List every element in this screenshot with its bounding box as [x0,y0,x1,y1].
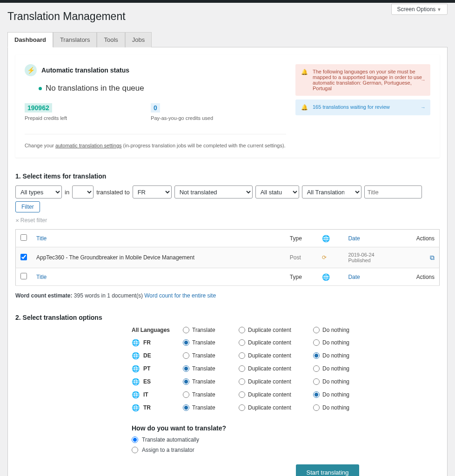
auto-translation-settings-link[interactable]: automatic translation settings [55,143,121,148]
prepaid-credits-label: Prepaid credits left [25,115,67,121]
de-nothing-radio[interactable] [313,352,320,359]
tab-translators[interactable]: Translators [53,32,97,47]
nav-tabs: Dashboard Translators Tools Jobs [7,32,448,47]
tab-jobs[interactable]: Jobs [125,32,152,47]
all-languages-label: All Languages [132,327,183,333]
fr-translate-radio[interactable] [183,339,189,346]
alert-warning-text: The following languages on your site mus… [313,69,425,91]
es-nothing-radio[interactable] [313,378,320,385]
dst-lang-select[interactable]: FR [133,185,172,198]
status-dot-icon [39,87,42,90]
translated-to-label: translated to [96,189,130,196]
globe-icon: 🌐 [132,339,140,346]
alert-info-text: 165 translations waiting for review [313,104,390,110]
src-lang-select[interactable]: EN [72,185,94,198]
items-table: Title Type 🌐 Date Actions AppTec360 - Th… [15,229,440,286]
tr-nothing-radio[interactable] [313,404,320,411]
tab-tools[interactable]: Tools [97,32,125,47]
row-checkbox[interactable] [20,254,27,260]
pt-translate-radio[interactable] [183,365,189,372]
globe-icon: 🌐 [132,391,140,398]
settings-note: Change your automatic translation settin… [25,134,286,148]
filter-button[interactable]: Filter [15,201,40,212]
alert-info[interactable]: 🔔 165 translations waiting for review → [295,99,430,115]
arrow-right-icon: → [421,105,426,110]
reset-filter-link[interactable]: Reset filter [15,217,47,224]
es-duplicate-radio[interactable] [239,378,245,385]
how-translate-heading: How do you want to translate? [132,424,440,432]
all-statuses-select[interactable]: All statuses [255,185,299,198]
de-duplicate-radio[interactable] [239,352,245,359]
table-row: AppTec360 - The Groundbreaker in Mobile … [16,247,440,268]
arrow-right-icon: → [421,77,426,83]
bell-icon: 🔔 [301,104,308,111]
col-date-bottom[interactable]: Date [343,268,397,286]
item-type: Post [285,247,318,268]
section1-heading: 1. Select items for translation [15,172,440,180]
prepaid-credits-value: 190962 [25,103,52,112]
col-actions-bottom: Actions [397,268,440,286]
col-title-bottom[interactable]: Title [32,268,285,286]
action-add-icon[interactable]: ⧉ [430,254,435,261]
status-select[interactable]: Not translated [174,185,253,198]
word-count: Word count estimate: 395 words in 1 docu… [15,292,440,299]
tr-duplicate-radio[interactable] [239,404,245,411]
needs-update-icon[interactable]: ⟳ [322,254,327,261]
translate-auto-radio[interactable] [132,436,138,443]
globe-icon: 🌐 [132,352,140,359]
pt-nothing-radio[interactable] [313,365,320,372]
es-translate-radio[interactable] [183,378,189,385]
globe-icon: 🌐 [132,378,140,385]
screen-options-button[interactable]: Screen Options [391,4,448,15]
select-all-checkbox-bottom[interactable] [20,273,27,279]
it-duplicate-radio[interactable] [239,391,245,398]
col-type-bottom: Type [285,268,318,286]
alert-warning[interactable]: 🔔 The following languages on your site m… [295,64,430,96]
globe-icon: 🌐 [322,273,330,281]
select-all-checkbox[interactable] [20,234,27,241]
it-translate-radio[interactable] [183,391,189,398]
bell-icon: 🔔 [301,69,308,75]
item-published: Published [348,258,392,263]
start-translating-button[interactable]: Start translating [296,464,359,476]
status-card: ⚡ Automatic translation status No transl… [15,55,440,158]
type-select[interactable]: All types [15,185,62,198]
priorities-select[interactable]: All Translation Priorities [302,185,361,198]
col-type: Type [285,230,318,247]
title-input[interactable] [364,185,422,198]
in-label: in [65,189,69,196]
word-count-site-link[interactable]: Word count for the entire site [144,292,216,299]
fr-duplicate-radio[interactable] [239,339,245,346]
globe-icon: 🌐 [132,404,140,411]
globe-icon: 🌐 [322,235,330,242]
all-translate-radio[interactable] [183,327,189,333]
tab-dashboard[interactable]: Dashboard [7,32,53,47]
page-title: Translation Management [7,10,448,23]
status-title: Automatic translation status [41,66,129,74]
it-nothing-radio[interactable] [313,391,320,398]
payg-credits-value: 0 [151,103,160,112]
all-nothing-radio[interactable] [313,327,320,333]
lang-options-grid: All Languages Translate Duplicate conten… [132,327,440,411]
globe-icon: 🌐 [132,365,140,372]
all-duplicate-radio[interactable] [239,327,245,333]
payg-credits-label: Pay-as-you-go credits used [151,115,213,121]
bolt-icon: ⚡ [25,64,37,76]
item-date: 2019-06-24 [348,252,392,258]
queue-status-text: No translations in the queue [46,84,144,93]
col-title[interactable]: Title [32,230,285,247]
fr-nothing-radio[interactable] [313,339,320,346]
assign-translator-radio[interactable] [132,447,138,453]
col-lang: 🌐 [317,230,343,247]
item-title: AppTec360 - The Groundbreaker in Mobile … [36,254,281,261]
section2-heading: 2. Select translation options [15,314,440,321]
col-date[interactable]: Date [343,230,397,247]
de-translate-radio[interactable] [183,352,189,359]
tr-translate-radio[interactable] [183,404,189,411]
col-actions: Actions [397,230,440,247]
pt-duplicate-radio[interactable] [239,365,245,372]
